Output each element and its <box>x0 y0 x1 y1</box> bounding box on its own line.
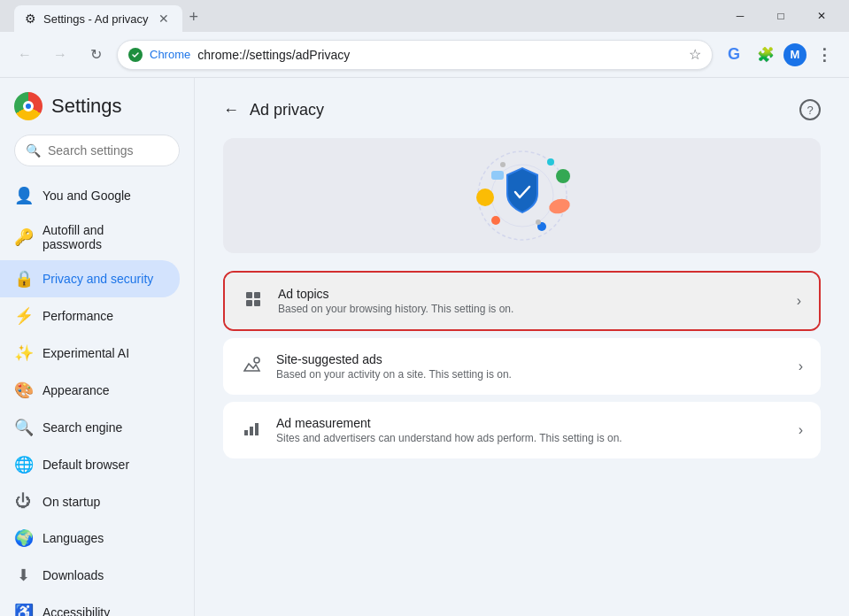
ad-privacy-illustration <box>407 142 637 249</box>
bookmark-icon[interactable]: ☆ <box>689 46 701 63</box>
sidebar-item-experimental-ai[interactable]: ✨Experimental AI <box>0 335 180 372</box>
svg-rect-14 <box>246 300 252 306</box>
sidebar-item-accessibility[interactable]: ♿Accessibility <box>0 594 180 616</box>
sidebar-label-privacy: Privacy and security <box>42 272 153 286</box>
sidebar-nav: 👤You and Google🔑Autofill and passwords🔒P… <box>0 177 194 616</box>
google-button[interactable]: G <box>720 41 748 69</box>
forward-button[interactable]: → <box>46 41 74 69</box>
svg-point-8 <box>491 216 500 225</box>
settings-item-text-site-suggested-ads: Site-suggested adsBased on your activity… <box>276 352 784 381</box>
settings-item-icon-site-suggested-ads <box>241 355 262 379</box>
sidebar-item-on-startup[interactable]: ⏻On startup <box>0 483 180 520</box>
back-to-settings-button[interactable]: ← <box>223 101 239 119</box>
sidebar-item-languages[interactable]: 🌍Languages <box>0 520 180 557</box>
sidebar-icon-downloads: ⬇ <box>14 566 32 585</box>
svg-rect-18 <box>250 427 253 435</box>
sidebar-icon-accessibility: ♿ <box>14 603 32 616</box>
menu-button[interactable]: ⋮ <box>810 41 838 69</box>
svg-point-10 <box>500 162 506 167</box>
settings-item-desc-ad-measurement: Sites and advertisers can understand how… <box>276 432 784 444</box>
tab-favicon: ⚙ <box>25 12 36 26</box>
sidebar-icon-autofill: 🔑 <box>14 227 32 247</box>
sidebar-label-search-engine: Search engine <box>42 420 122 435</box>
settings-item-title-site-suggested-ads: Site-suggested ads <box>276 352 784 366</box>
search-icon: 🔍 <box>26 143 41 158</box>
url-text: chrome://settings/adPrivacy <box>197 48 682 62</box>
search-input[interactable] <box>48 143 195 158</box>
svg-point-3 <box>476 189 494 206</box>
active-tab[interactable]: ⚙ Settings - Ad privacy ✕ <box>14 5 182 32</box>
sidebar-icon-on-startup: ⏻ <box>14 492 32 511</box>
svg-point-16 <box>254 358 259 363</box>
chevron-right-icon-ad-topics: › <box>797 293 801 309</box>
tab-title: Settings - Ad privacy <box>43 12 149 26</box>
svg-rect-19 <box>255 423 259 435</box>
profile-button[interactable]: M <box>783 43 807 66</box>
page-header: ← Ad privacy ? <box>223 99 821 120</box>
settings-card-ad-measurement: Ad measurementSites and advertisers can … <box>223 402 821 458</box>
tab-close-button[interactable]: ✕ <box>156 11 172 27</box>
svg-point-9 <box>547 158 554 166</box>
sidebar-item-search-engine[interactable]: 🔍Search engine <box>0 409 180 446</box>
sidebar-item-you-and-google[interactable]: 👤You and Google <box>0 177 180 214</box>
sidebar-item-downloads[interactable]: ⬇Downloads <box>0 557 180 594</box>
sidebar-item-performance[interactable]: ⚡Performance <box>0 297 180 335</box>
extensions-button[interactable]: 🧩 <box>752 41 780 69</box>
sidebar-item-autofill[interactable]: 🔑Autofill and passwords <box>0 214 180 260</box>
minimize-button[interactable]: ─ <box>720 0 760 32</box>
sidebar-item-privacy[interactable]: 🔒Privacy and security <box>0 260 180 297</box>
settings-card-ad-topics: Ad topicsBased on your browsing history.… <box>223 271 821 331</box>
page-title: Ad privacy <box>250 101 324 119</box>
help-button[interactable]: ? <box>799 99 821 120</box>
sidebar-icon-performance: ⚡ <box>14 306 32 326</box>
sidebar-icon-default-browser: 🌐 <box>14 455 32 474</box>
settings-item-icon-ad-topics <box>243 289 264 313</box>
new-tab-button[interactable]: + <box>182 4 206 30</box>
titlebar: ⚙ Settings - Ad privacy ✕ + ─ □ ✕ <box>0 0 849 32</box>
main-layout: Settings 🔍 👤You and Google🔑Autofill and … <box>0 78 849 616</box>
settings-item-icon-ad-measurement <box>241 419 262 443</box>
settings-item-ad-topics[interactable]: Ad topicsBased on your browsing history.… <box>225 273 819 329</box>
settings-item-desc-ad-topics: Based on your browsing history. This set… <box>278 303 783 315</box>
settings-item-title-ad-measurement: Ad measurement <box>276 416 784 430</box>
close-button[interactable]: ✕ <box>801 0 842 32</box>
sidebar-label-performance: Performance <box>42 309 113 323</box>
sidebar-item-default-browser[interactable]: 🌐Default browser <box>0 446 180 483</box>
sidebar-label-on-startup: On startup <box>42 495 100 509</box>
content-area: ← Ad privacy ? <box>195 78 849 616</box>
sidebar-icon-you-and-google: 👤 <box>14 186 32 205</box>
maximize-button[interactable]: □ <box>760 0 801 32</box>
sidebar-label-you-and-google: You and Google <box>42 189 131 203</box>
sidebar-label-downloads: Downloads <box>42 568 104 582</box>
settings-item-text-ad-measurement: Ad measurementSites and advertisers can … <box>276 416 784 444</box>
tab-bar: ⚙ Settings - Ad privacy ✕ + <box>7 0 720 32</box>
sidebar-icon-experimental-ai: ✨ <box>14 343 32 363</box>
sidebar-label-appearance: Appearance <box>42 383 110 397</box>
toolbar-icons: G 🧩 M ⋮ <box>720 41 838 69</box>
reload-button[interactable]: ↻ <box>81 41 110 69</box>
settings-item-site-suggested-ads[interactable]: Site-suggested adsBased on your activity… <box>223 338 821 395</box>
search-box[interactable]: 🔍 <box>14 135 180 166</box>
settings-item-ad-measurement[interactable]: Ad measurementSites and advertisers can … <box>223 402 821 458</box>
back-button[interactable]: ← <box>11 41 39 69</box>
sidebar-label-languages: Languages <box>42 531 104 545</box>
address-bar[interactable]: Chrome chrome://settings/adPrivacy ☆ <box>117 40 713 70</box>
settings-header: Settings <box>0 85 194 135</box>
chrome-logo <box>14 92 42 120</box>
svg-rect-13 <box>254 292 260 298</box>
sidebar: Settings 🔍 👤You and Google🔑Autofill and … <box>0 78 195 616</box>
settings-items-container: Ad topicsBased on your browsing history.… <box>223 271 821 458</box>
svg-rect-15 <box>254 300 260 306</box>
settings-item-title-ad-topics: Ad topics <box>278 287 783 301</box>
sidebar-icon-privacy: 🔒 <box>14 269 32 289</box>
chrome-security-icon <box>128 48 143 62</box>
address-bar-row: ← → ↻ Chrome chrome://settings/adPrivacy… <box>0 32 849 78</box>
sidebar-label-default-browser: Default browser <box>42 458 129 472</box>
page-header-left: ← Ad privacy <box>223 101 324 119</box>
chevron-right-icon-site-suggested-ads: › <box>799 358 803 374</box>
hero-illustration <box>223 138 821 253</box>
sidebar-icon-search-engine: 🔍 <box>14 418 32 437</box>
sidebar-item-appearance[interactable]: 🎨Appearance <box>0 372 180 409</box>
chevron-right-icon-ad-measurement: › <box>799 422 803 438</box>
svg-rect-17 <box>244 430 248 435</box>
